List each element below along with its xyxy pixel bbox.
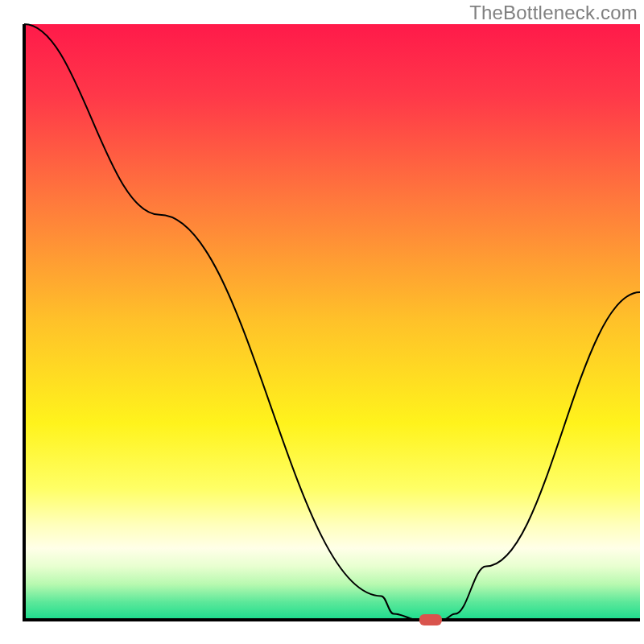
gradient-fill-area — [24, 24, 640, 620]
optimal-marker — [419, 614, 442, 625]
bottleneck-chart — [0, 0, 644, 644]
watermark-text: TheBottleneck.com — [469, 2, 638, 24]
chart-container: TheBottleneck.com — [0, 0, 644, 644]
